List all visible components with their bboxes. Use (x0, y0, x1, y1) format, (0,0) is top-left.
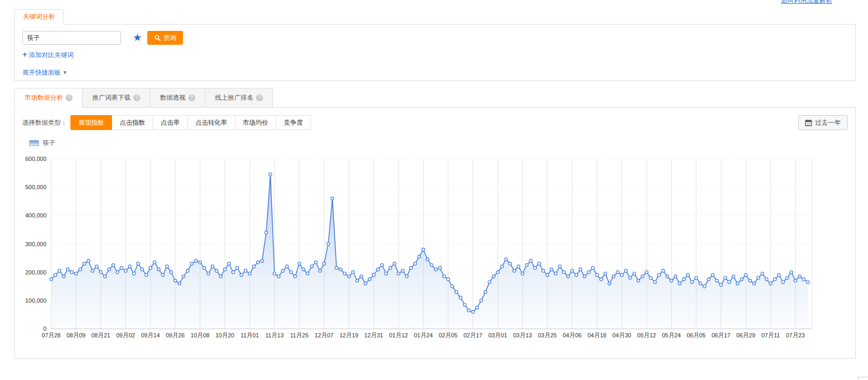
data-point[interactable] (112, 264, 115, 267)
data-point[interactable] (124, 269, 128, 272)
data-point[interactable] (666, 275, 669, 278)
data-point[interactable] (290, 271, 293, 274)
data-point[interactable] (347, 275, 351, 278)
data-point[interactable] (782, 281, 785, 284)
data-point[interactable] (149, 266, 152, 270)
data-point[interactable] (190, 262, 194, 265)
data-point[interactable] (637, 279, 640, 282)
data-point[interactable] (203, 266, 206, 270)
data-point[interactable] (157, 268, 161, 271)
data-point[interactable] (802, 278, 806, 281)
data-point[interactable] (401, 269, 404, 272)
data-point[interactable] (50, 278, 53, 281)
data-point[interactable] (153, 261, 156, 264)
data-point[interactable] (628, 277, 632, 280)
data-point[interactable] (269, 173, 272, 176)
data-point[interactable] (724, 277, 727, 280)
data-point[interactable] (83, 262, 86, 265)
data-point[interactable] (95, 265, 99, 268)
data-point[interactable] (132, 272, 136, 276)
tab-promo-wordlist-download[interactable]: 推广词表下载 ? (82, 88, 150, 108)
expand-quick-panel-link[interactable]: 展开快捷面板 ▼ (22, 69, 67, 76)
data-point[interactable] (691, 281, 694, 284)
data-point[interactable] (91, 269, 94, 272)
data-point[interactable] (207, 272, 210, 276)
tab-data-pivot[interactable]: 数据透视 ? (150, 88, 205, 108)
data-point[interactable] (66, 268, 69, 271)
data-point[interactable] (360, 275, 363, 278)
data-point[interactable] (757, 277, 760, 280)
tab-online-promo-ranking[interactable]: 线上推广排名 ? (205, 88, 273, 108)
data-point[interactable] (224, 268, 227, 271)
data-point[interactable] (306, 272, 309, 276)
data-point[interactable] (137, 262, 140, 265)
data-type-impression-index[interactable]: 展现指数 (70, 115, 112, 130)
data-point[interactable] (645, 271, 648, 274)
data-point[interactable] (331, 197, 334, 200)
data-point[interactable] (571, 269, 574, 272)
data-point[interactable] (521, 272, 524, 276)
data-point[interactable] (285, 265, 289, 268)
traffic-analysis-help-link[interactable]: 如何利用流量解析 (781, 0, 832, 5)
data-point[interactable] (318, 269, 322, 272)
data-point[interactable] (720, 284, 723, 287)
data-point[interactable] (244, 269, 248, 272)
help-icon[interactable]: ? (188, 94, 195, 101)
data-point[interactable] (595, 273, 599, 277)
data-point[interactable] (620, 273, 624, 277)
data-point[interactable] (195, 260, 198, 263)
data-point[interactable] (670, 279, 673, 282)
data-point[interactable] (525, 264, 529, 267)
data-point[interactable] (389, 266, 392, 270)
data-point[interactable] (87, 260, 90, 263)
data-point[interactable] (215, 269, 218, 272)
data-point[interactable] (761, 272, 764, 276)
data-point[interactable] (393, 262, 396, 265)
data-point[interactable] (674, 275, 678, 278)
data-point[interactable] (790, 271, 793, 274)
data-point[interactable] (533, 266, 537, 270)
data-point[interactable] (380, 264, 384, 267)
data-point[interactable] (70, 271, 74, 274)
data-point[interactable] (550, 268, 553, 271)
data-point[interactable] (211, 265, 214, 268)
data-point[interactable] (434, 268, 437, 271)
help-icon[interactable]: ? (133, 94, 140, 101)
data-point[interactable] (410, 266, 413, 270)
data-point[interactable] (58, 269, 61, 272)
data-point[interactable] (294, 275, 297, 278)
data-point[interactable] (658, 273, 661, 277)
data-point[interactable] (314, 261, 317, 264)
data-point[interactable] (451, 285, 454, 288)
data-point[interactable] (364, 282, 367, 285)
data-point[interactable] (641, 275, 644, 278)
data-point[interactable] (542, 269, 545, 272)
data-point[interactable] (116, 271, 119, 274)
data-point[interactable] (687, 273, 690, 277)
data-point[interactable] (467, 309, 471, 312)
data-point[interactable] (182, 275, 185, 278)
data-point[interactable] (186, 269, 189, 272)
data-point[interactable] (219, 275, 222, 278)
data-point[interactable] (413, 262, 417, 265)
data-point[interactable] (592, 266, 595, 270)
data-type-click-rate[interactable]: 点击率 (153, 115, 188, 130)
data-point[interactable] (529, 260, 532, 263)
data-point[interactable] (559, 265, 562, 268)
data-point[interactable] (430, 264, 433, 267)
data-point[interactable] (141, 268, 144, 271)
data-point[interactable] (798, 275, 801, 278)
data-point[interactable] (649, 277, 652, 280)
data-point[interactable] (496, 271, 499, 274)
data-point[interactable] (277, 275, 281, 278)
data-point[interactable] (488, 281, 491, 284)
data-point[interactable] (377, 268, 380, 271)
data-point[interactable] (447, 278, 450, 281)
data-point[interactable] (273, 272, 276, 276)
data-point[interactable] (79, 268, 82, 271)
data-point[interactable] (567, 275, 570, 278)
data-point[interactable] (120, 266, 123, 270)
data-type-click-conversion-rate[interactable]: 点击转化率 (187, 115, 235, 130)
data-point[interactable] (198, 261, 202, 264)
data-point[interactable] (736, 282, 739, 285)
